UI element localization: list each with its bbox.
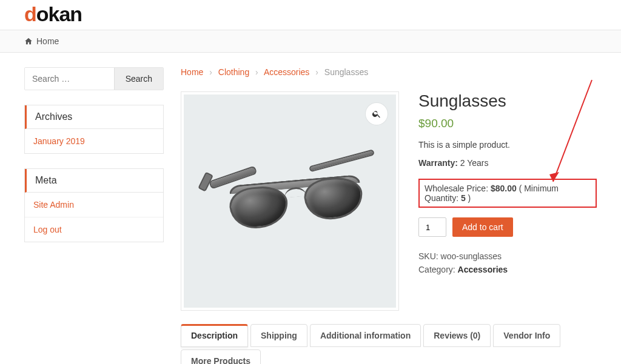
product-image[interactable] [184,94,396,308]
primary-nav: Home [0,30,621,53]
widget-archives: Archives January 2019 [24,105,164,154]
product-warranty: Warranty: 2 Years [418,158,597,168]
list-item: January 2019 [25,129,163,153]
quantity-stepper[interactable] [418,217,446,237]
widget-title: Meta [25,169,163,193]
product-main: Sunglasses $90.00 This is a simple produ… [181,91,597,311]
product-tabs: Description Shipping Additional informat… [181,324,597,364]
product-title: Sunglasses [418,91,597,111]
breadcrumb: Home › Clothing › Accessories › Sunglass… [181,67,597,77]
tab-more-products[interactable]: More Products [181,349,261,364]
product-category: Category: Accessories [418,265,597,274]
sidebar: Search Archives January 2019 Meta Site A… [24,67,164,364]
home-icon [24,37,33,45]
breadcrumb-home[interactable]: Home [181,67,203,77]
list-item: Log out [25,217,163,242]
magnify-icon [372,109,381,119]
product-details: Sunglasses $90.00 This is a simple produ… [418,91,597,278]
add-to-cart-button[interactable]: Add to cart [452,217,513,237]
breadcrumb-clothing[interactable]: Clothing [218,67,249,77]
widget-meta: Meta Site Admin Log out [24,168,164,242]
wholesale-price-box: Wholesale Price: $80.00 ( Minimum Quanti… [418,179,597,208]
search-input[interactable] [25,68,114,90]
meta-link-site-admin[interactable]: Site Admin [33,200,74,210]
list-item: Site Admin [25,193,163,217]
product-description: This is a simple product. [418,140,597,150]
nav-home-link[interactable]: Home [36,36,59,46]
archive-link[interactable]: January 2019 [33,136,85,146]
product-gallery [181,91,399,311]
search-form: Search [24,67,164,90]
tab-additional-information[interactable]: Additional information [310,324,421,347]
zoom-button[interactable] [366,103,388,125]
meta-link-logout[interactable]: Log out [33,225,62,234]
breadcrumb-accessories[interactable]: Accessories [264,67,309,77]
site-logo: dokan [24,2,597,26]
sunglasses-illustration [202,157,377,245]
tab-vendor-info[interactable]: Vendor Info [493,324,560,347]
widget-title: Archives [25,105,163,129]
tab-reviews[interactable]: Reviews (0) [423,324,491,347]
tab-description[interactable]: Description [181,324,248,347]
product-price: $90.00 [418,117,597,130]
tab-shipping[interactable]: Shipping [250,324,307,347]
breadcrumb-current: Sunglasses [324,67,368,77]
search-button[interactable]: Search [114,68,163,90]
product-sku: SKU: woo-sunglasses [418,251,597,261]
